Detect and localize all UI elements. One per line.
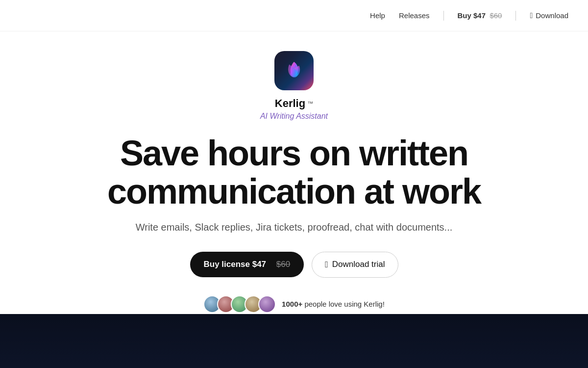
- avatar-group: [203, 295, 276, 313]
- dark-bottom-section: [0, 314, 588, 368]
- nav-divider: [443, 11, 444, 21]
- cta-buttons: Buy license $47 $60  Download trial: [190, 252, 398, 278]
- nav-divider-2: [515, 11, 516, 21]
- nav-buy-price: Buy $47: [458, 11, 486, 20]
- buy-license-button[interactable]: Buy license $47 $60: [190, 252, 304, 277]
- hero-subheadline: Write emails, Slack replies, Jira ticket…: [136, 222, 453, 233]
- app-name: Kerlig: [275, 97, 305, 110]
- app-tagline: AI Writing Assistant: [260, 112, 328, 121]
- navbar: Help Releases Buy $47 $60  Download: [0, 0, 588, 31]
- apple-icon: : [530, 11, 533, 20]
- trademark: ™: [307, 100, 313, 107]
- nav-buy-original-price: $60: [490, 11, 502, 20]
- buy-original-price: $60: [276, 260, 290, 269]
- social-count: 1000+: [282, 300, 302, 308]
- nav-releases[interactable]: Releases: [399, 11, 430, 20]
- social-description: people love using Kerlig!: [304, 300, 384, 308]
- hero-headline: Save hours on written communication at w…: [107, 134, 481, 211]
- hero-section: Kerlig ™ AI Writing Assistant Save hours…: [0, 31, 588, 313]
- nav-download-label: Download: [536, 11, 568, 20]
- social-proof: 1000+ people love using Kerlig!: [203, 295, 385, 313]
- download-trial-button[interactable]:  Download trial: [312, 252, 398, 278]
- avatar-5: [258, 295, 276, 313]
- app-icon-svg: [282, 58, 306, 83]
- nav-help[interactable]: Help: [370, 11, 385, 20]
- social-proof-text: 1000+ people love using Kerlig!: [282, 300, 385, 308]
- app-name-row: Kerlig ™: [275, 97, 313, 110]
- nav-download[interactable]:  Download: [530, 11, 568, 20]
- apple-icon-btn: : [325, 260, 328, 270]
- buy-license-label: Buy license $47: [204, 260, 267, 269]
- headline-line1: Save hours on written: [120, 133, 468, 173]
- nav-buy[interactable]: Buy $47 $60: [458, 11, 502, 20]
- download-trial-label: Download trial: [332, 260, 385, 269]
- app-icon: [274, 51, 314, 90]
- nav-links: Help Releases Buy $47 $60  Download: [370, 11, 568, 21]
- headline-line2: communication at work: [107, 172, 481, 211]
